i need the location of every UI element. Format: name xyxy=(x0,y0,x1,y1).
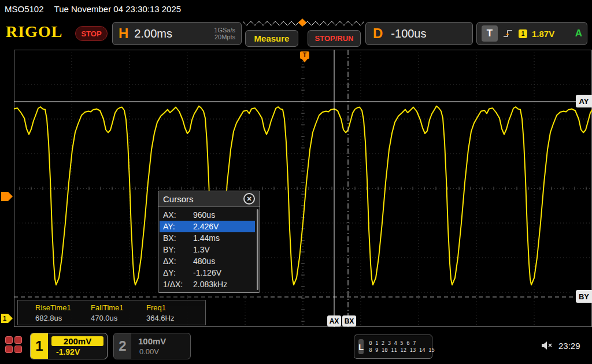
clock: 23:29 xyxy=(558,341,580,351)
rigol-logo: RIGOL xyxy=(6,23,62,41)
close-icon[interactable]: ✕ xyxy=(243,193,255,205)
cursors-dialog: Cursors ✕ AX: 960us AY: 2.426V BX: 1.44m… xyxy=(158,191,260,293)
top-status-bar: MSO5102 Tue November 04 23:30:13 2025 xyxy=(0,0,592,17)
logic-channels-button[interactable]: L 0 1 2 3 4 5 6 7 8 9 10 11 12 13 14 15 xyxy=(354,335,432,359)
cursor-row-ay[interactable]: AY: 2.426V xyxy=(160,221,255,232)
measurement-freq: Freq1 364.6Hz xyxy=(146,303,202,325)
stop-run-button[interactable]: STOP/RUN xyxy=(308,30,361,47)
oscilloscope-screen: MSO5102 Tue November 04 23:30:13 2025 RI… xyxy=(0,0,592,364)
cursor-row-value: 480us xyxy=(193,257,215,266)
cursor-row-ax[interactable]: AX: 960us xyxy=(160,209,255,221)
delay-offset: -100us xyxy=(391,27,426,40)
trigger-position-marker[interactable]: T xyxy=(300,51,309,59)
h-label: H xyxy=(119,25,128,42)
logic-label: L xyxy=(358,339,364,354)
measurement-value: 364.6Hz xyxy=(146,314,202,322)
cursor-row-label: ΔX: xyxy=(163,257,193,266)
cursor-ay-badge[interactable]: AY xyxy=(576,95,592,107)
sample-rate-memory: 1GSa/s 20Mpts xyxy=(214,27,235,40)
trigger-source-chip: 1 xyxy=(519,29,527,38)
channel2-number: 2 xyxy=(114,333,131,359)
measurement-value: 470.0us xyxy=(91,314,146,322)
sample-rate: 1GSa/s xyxy=(214,27,235,34)
cursor-row-dy[interactable]: ΔY: -1.126V xyxy=(160,267,255,278)
cursor-row-value: 1.3V xyxy=(193,245,210,254)
cursor-row-bx[interactable]: BX: 1.44ms xyxy=(160,232,255,244)
channel1-offset-marker[interactable]: 1 xyxy=(1,314,8,323)
channel1-values: 200mV -1.92V xyxy=(48,333,107,359)
measurement-name: FallTime1 xyxy=(91,303,146,312)
trigger-level-marker[interactable] xyxy=(1,192,8,201)
cursor-row-by[interactable]: BY: 1.3V xyxy=(160,244,255,255)
channel2-button[interactable]: 2 100mV 0.00V xyxy=(113,333,191,359)
horizontal-settings-button[interactable]: H 2.00ms 1GSa/s 20Mpts xyxy=(112,22,242,45)
cursor-row-label: ΔY: xyxy=(163,268,193,277)
t-label: T xyxy=(482,25,498,42)
memory-depth: 20Mpts xyxy=(214,34,235,40)
cursor-row-inv-dx[interactable]: 1/ΔX: 2.083kHz xyxy=(160,278,255,290)
logic-row-0-7: 0 1 2 3 4 5 6 7 xyxy=(369,340,435,347)
channel2-scale: 100mV xyxy=(135,336,187,346)
cursor-ax-badge[interactable]: AX xyxy=(327,315,341,326)
grid-lines xyxy=(14,50,592,327)
cursor-row-value: 1.44ms xyxy=(193,233,220,243)
model-name: MSO5102 xyxy=(5,4,44,14)
datetime: Tue November 04 23:30:13 2025 xyxy=(54,4,182,14)
trigger-slope-icon xyxy=(502,28,514,39)
cursor-row-value: -1.126V xyxy=(193,268,221,277)
logic-row-8-15: 8 9 10 11 12 13 14 15 xyxy=(369,347,435,354)
d-label: D xyxy=(373,25,383,42)
measurement-risetime: RiseTime1 682.8us xyxy=(35,303,91,325)
channel1-button[interactable]: 1 200mV -1.92V xyxy=(30,333,108,359)
cursors-dialog-title: Cursors xyxy=(163,194,194,204)
channel2-values: 100mV 0.00V xyxy=(131,333,190,359)
channel-menu-icon[interactable] xyxy=(5,336,23,354)
cursor-row-label: AY: xyxy=(163,222,193,231)
timebase-scale: 2.00ms xyxy=(134,27,172,40)
cursor-row-value: 960us xyxy=(193,210,215,220)
acquisition-status-badge: STOP xyxy=(75,26,108,41)
cursor-row-label: BX: xyxy=(163,233,193,243)
channel2-offset: 0.00V xyxy=(135,347,187,356)
logic-channel-numbers: 0 1 2 3 4 5 6 7 8 9 10 11 12 13 14 15 xyxy=(369,340,435,354)
waveform-position-strip[interactable] xyxy=(242,19,365,28)
cursor-row-label: 1/ΔX: xyxy=(163,280,193,289)
cursor-by-badge[interactable]: BY xyxy=(576,290,592,303)
cursor-row-value: 2.426V xyxy=(193,222,219,231)
trigger-mode-auto: A xyxy=(575,28,582,39)
measure-button[interactable]: Measure xyxy=(245,30,298,47)
cursors-dialog-titlebar[interactable]: Cursors ✕ xyxy=(158,191,260,207)
trigger-settings-button[interactable]: T 1 1.87V A xyxy=(476,22,587,45)
measurement-name: RiseTime1 xyxy=(35,303,91,312)
channel1-scale: 200mV xyxy=(51,336,103,346)
measurement-name: Freq1 xyxy=(146,303,202,312)
channel1-number: 1 xyxy=(31,333,48,359)
graticule xyxy=(14,50,592,327)
cursor-row-dx[interactable]: ΔX: 480us xyxy=(160,255,255,267)
cursor-bx-badge[interactable]: BX xyxy=(342,315,356,326)
delay-settings-button[interactable]: D -100us xyxy=(365,22,473,45)
measurement-value: 682.8us xyxy=(35,314,91,322)
channel1-offset: -1.92V xyxy=(51,347,103,356)
cursor-row-label: AX: xyxy=(163,210,193,220)
toolbar: RIGOL STOP H 2.00ms 1GSa/s 20Mpts Measur… xyxy=(0,17,592,50)
cursor-row-value: 2.083kHz xyxy=(193,280,227,289)
cursor-row-label: BY: xyxy=(163,245,193,254)
dialog-scrollbar[interactable] xyxy=(257,209,258,290)
measurements-panel: RiseTime1 682.8us FallTime1 470.0us Freq… xyxy=(17,300,206,325)
cursor-readouts: AX: 960us AY: 2.426V BX: 1.44ms BY: 1.3V… xyxy=(158,207,260,290)
plot-area xyxy=(14,50,592,327)
measurement-falltime: FallTime1 470.0us xyxy=(91,303,146,325)
trigger-level-value: 1.87V xyxy=(532,29,554,39)
speaker-mute-icon[interactable] xyxy=(541,340,554,353)
